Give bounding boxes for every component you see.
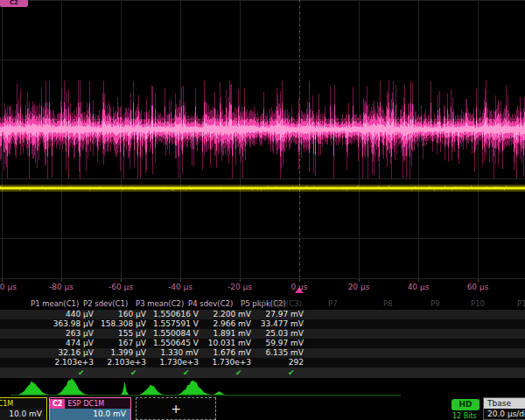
histicon xyxy=(58,379,88,396)
add-trace-button[interactable]: + xyxy=(136,397,216,420)
measurement-value: 2.200 mV xyxy=(199,310,251,319)
axis-tickmark xyxy=(2,279,3,282)
timebase-scale-value: 20.0 µs/div xyxy=(484,409,525,420)
measurement-value: 32.16 µV xyxy=(41,348,94,358)
axis-tickmark xyxy=(61,279,62,282)
oscilloscope-screen: C2 -100 µs-80 µs-60 µs-40 µs-20 µs0 µs20… xyxy=(0,0,525,420)
axis-tickmark xyxy=(359,279,360,282)
measurement-value: 59.97 mV xyxy=(251,339,304,348)
measurement-value: 1.550616 V xyxy=(146,310,199,319)
measurement-value: 1.730e+3 xyxy=(146,358,199,368)
measurement-header-row: P1 mean(C1)P2 sdev(C1)P3 mean(C2)P4 sdev… xyxy=(0,298,525,310)
axis-tickmark xyxy=(240,279,241,282)
c2-coupling-label: DC1M xyxy=(83,400,104,408)
c2-esp-tag: ESP xyxy=(67,400,80,408)
histicon-baseline xyxy=(10,395,401,396)
measurement-value: 292 xyxy=(251,358,304,368)
c1-coupling-label: DC1M xyxy=(0,400,13,408)
measurement-row: 263 µV155 µV1.550084 V1.891 mV25.03 mV xyxy=(0,329,525,339)
param-header-unused[interactable]: P6 pkpk(C3) xyxy=(256,298,302,310)
measurement-value: 25.03 mV xyxy=(251,329,304,339)
timebase-title: Tbase xyxy=(484,398,525,409)
param-header-unused[interactable]: P8 xyxy=(383,298,393,310)
trace-label-badge[interactable]: C2 xyxy=(0,0,28,7)
histicon xyxy=(19,381,49,395)
histicon-strip xyxy=(0,376,525,397)
hd-mode-button[interactable]: HD xyxy=(452,399,480,410)
histicon xyxy=(214,392,226,396)
axis-tickmark xyxy=(478,279,479,282)
measurement-value: 1.330 mV xyxy=(146,348,199,358)
param-header-1[interactable]: P1 mean(C1) xyxy=(31,298,79,310)
param-header-4[interactable]: P4 sdev(C2) xyxy=(188,298,233,310)
measurement-value: 2.103e+3 xyxy=(94,358,146,368)
measurement-row: 474 µV167 µV1.550645 V10.031 mV59.97 mV xyxy=(0,339,525,348)
measurement-value: 474 µV xyxy=(41,339,94,348)
axis-tick-label: -100 µs xyxy=(0,283,17,291)
c1-scale-value: 10.0 mV xyxy=(0,409,46,420)
measurement-value: 167 µV xyxy=(94,339,146,348)
measurement-value: 1.399 µV xyxy=(94,348,146,358)
histicon xyxy=(119,382,130,395)
histicon xyxy=(178,381,211,395)
param-header-unused[interactable]: P10 xyxy=(471,298,485,310)
measurement-value: 160 µV xyxy=(94,310,146,319)
axis-tick-label: -60 µs xyxy=(108,283,133,291)
axis-tickmark xyxy=(418,279,419,282)
measurement-value: 10.031 mV xyxy=(199,339,251,348)
measurement-value: 33.477 mV xyxy=(251,319,304,329)
param-header-unused[interactable]: P9 xyxy=(430,298,440,310)
axis-tick-label: 60 µs xyxy=(467,283,489,291)
measurement-value: 2.103e+3 xyxy=(41,358,94,368)
axis-tick-label: -80 µs xyxy=(49,283,74,291)
channel-c1-descriptor[interactable]: C1 DC1M 10.0 mV xyxy=(0,397,47,420)
c2-badge: C2 xyxy=(50,399,65,409)
timebase-descriptor[interactable]: Tbase 20.0 µs/div xyxy=(483,397,525,420)
measurement-value: 6.135 mV xyxy=(251,348,304,358)
measurement-value: 1.891 mV xyxy=(199,329,251,339)
measurement-row: 440 µV160 µV1.550616 V2.200 mV27.97 mV xyxy=(0,310,525,319)
measurement-value: 1.676 mV xyxy=(199,348,251,358)
measurement-value: 1.550645 V xyxy=(146,339,199,348)
axis-tick-label: 0 µs xyxy=(290,283,307,291)
channel-c2-descriptor[interactable]: C2 ESP DC1M 10.0 mV xyxy=(49,397,131,420)
measurement-value: 155 µV xyxy=(94,329,146,339)
measurement-value-rows: 440 µV160 µV1.550616 V2.200 mV27.97 mV36… xyxy=(0,310,525,368)
measurement-row: 32.16 µV1.399 µV1.330 mV1.676 mV6.135 mV xyxy=(0,348,525,358)
hd-bits-label: 12 Bits xyxy=(452,412,477,420)
measurement-row: 2.103e+32.103e+31.730e+31.730e+3292 xyxy=(0,358,525,368)
param-header-3[interactable]: P3 mean(C2) xyxy=(136,298,184,310)
axis-tickmark xyxy=(121,279,122,282)
axis-tick-label: 40 µs xyxy=(408,283,430,291)
plus-icon: + xyxy=(171,402,181,416)
c2-scale-value: 10.0 mV xyxy=(50,409,130,420)
measurement-value: 263 µV xyxy=(41,329,94,339)
measurement-value: 1.550084 V xyxy=(146,329,199,339)
histicon xyxy=(140,385,164,395)
axis-tick-label: -20 µs xyxy=(228,283,252,291)
param-header-unused[interactable]: P7 xyxy=(328,298,338,310)
measurement-value: 440 µV xyxy=(41,310,94,319)
measurement-value: 1.557591 V xyxy=(146,319,199,329)
axis-tick-label: 20 µs xyxy=(348,283,370,291)
axis-tickmark xyxy=(180,279,181,282)
measurement-table: P1 mean(C1)P2 sdev(C1)P3 mean(C2)P4 sdev… xyxy=(0,298,525,378)
param-header-2[interactable]: P2 sdev(C1) xyxy=(83,298,128,310)
measurement-value: 2.966 mV xyxy=(199,319,251,329)
axis-tick-label: -40 µs xyxy=(168,283,192,291)
measurement-value: 27.97 mV xyxy=(251,310,304,319)
time-axis: -100 µs-80 µs-60 µs-40 µs-20 µs0 µs20 µs… xyxy=(0,278,525,295)
measurement-value: 363.98 µV xyxy=(41,319,94,329)
measurement-value: 1.730e+3 xyxy=(199,358,251,368)
waveform-grid xyxy=(0,0,525,278)
measurement-value: 158.308 µV xyxy=(94,319,146,329)
axis-tickmark xyxy=(299,279,300,282)
param-header-unused[interactable]: P11 xyxy=(517,298,525,310)
measurement-row: 363.98 µV158.308 µV1.557591 V2.966 mV33.… xyxy=(0,319,525,329)
